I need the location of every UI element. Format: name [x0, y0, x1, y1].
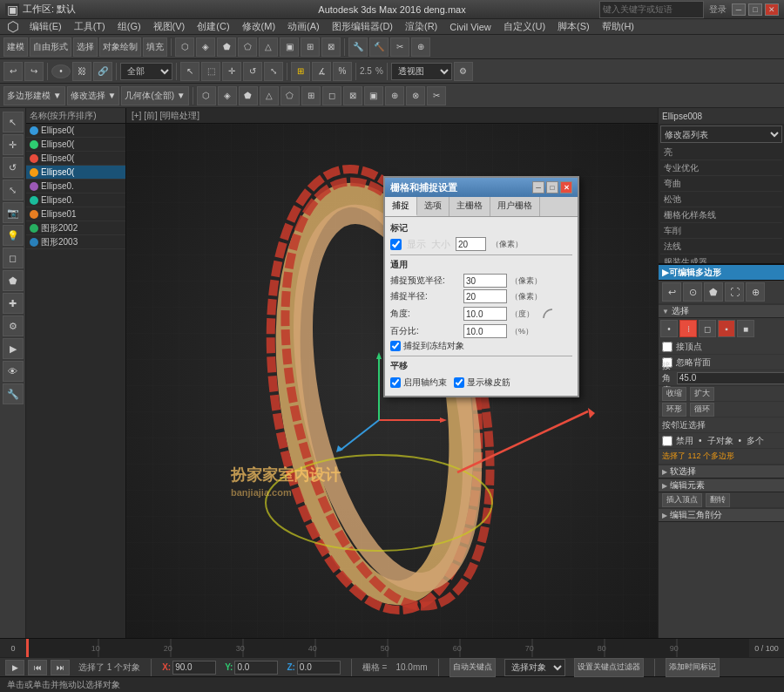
shrink-button[interactable]: 收缩	[662, 387, 686, 401]
angle-by-input[interactable]	[677, 372, 784, 384]
lt-move[interactable]: ✛	[3, 134, 24, 155]
tb-icon-6[interactable]: ▣	[280, 37, 299, 57]
scene-item-7[interactable]: 图形2002	[26, 221, 125, 235]
lt-rotate[interactable]: ↺	[3, 157, 24, 178]
snap-dialog-minimize[interactable]: ─	[532, 181, 544, 193]
tb-poly-model[interactable]: 多边形建模 ▼	[3, 86, 65, 105]
scene-item-1[interactable]: Ellipse0(	[26, 138, 125, 152]
tb-icon-7[interactable]: ⊞	[301, 37, 320, 57]
lt-light[interactable]: 💡	[3, 225, 24, 246]
disable-checkbox[interactable]	[662, 436, 672, 446]
lt-shape[interactable]: ⬟	[3, 270, 24, 291]
by-vertex-checkbox[interactable]	[662, 342, 672, 352]
menu-graph-editor[interactable]: 图形编辑器(D)	[327, 19, 398, 34]
preview-radius-input[interactable]	[463, 274, 507, 288]
tb-scale[interactable]: ⤡	[264, 62, 283, 81]
tb-icon-12[interactable]: ⊕	[411, 37, 430, 57]
maximize-button[interactable]: □	[748, 3, 762, 16]
tb-ribbon-3[interactable]: ⬟	[239, 86, 258, 105]
tb-icon-3[interactable]: ⬟	[217, 37, 236, 57]
edit-triangulation-header[interactable]: ▶ 编辑三角剖分	[659, 508, 784, 522]
subobj-poly[interactable]: ▪	[718, 320, 735, 337]
subobj-edge[interactable]: ⁞	[679, 320, 697, 337]
tb-snap[interactable]: ⊞	[291, 62, 310, 81]
tb-icon-4[interactable]: ⬠	[238, 37, 257, 57]
snap-dialog-maximize[interactable]: □	[546, 181, 558, 193]
tb-dot1[interactable]: •	[51, 64, 71, 78]
lt-helper[interactable]: ✚	[3, 293, 24, 314]
tb-ribbon-5[interactable]: ⬠	[280, 86, 300, 105]
mod-item-relax[interactable]: 松弛	[660, 192, 782, 207]
tb-ribbon-11[interactable]: ⊗	[406, 86, 425, 105]
grow-button[interactable]: 扩大	[690, 387, 714, 401]
menu-help[interactable]: 帮助(H)	[597, 19, 639, 34]
menu-create[interactable]: 创建(C)	[192, 19, 234, 34]
login-link[interactable]: 登录	[709, 3, 727, 16]
tb-icon-unlink[interactable]: 🔗	[93, 62, 112, 81]
snap-tab-snap[interactable]: 捕捉	[385, 197, 417, 216]
mod-item-lathe[interactable]: 车削	[660, 223, 782, 239]
mod-item-optimize[interactable]: 专业优化	[660, 160, 782, 176]
tb-icon-9[interactable]: 🔧	[348, 37, 368, 57]
subobj-border[interactable]: ◻	[699, 320, 716, 337]
view-dropdown[interactable]: 透视图	[391, 63, 452, 80]
r-icon-2[interactable]: ⊙	[683, 282, 702, 302]
selection-header[interactable]: ▼ 选择	[659, 304, 784, 318]
snap-frozen-checkbox[interactable]	[390, 341, 401, 351]
select-obj-dropdown[interactable]: 选择对象	[504, 659, 565, 676]
tb-icon-1[interactable]: ⬡	[175, 37, 194, 57]
scene-item-4[interactable]: Ellipse0.	[26, 180, 125, 193]
lt-display[interactable]: 👁	[3, 361, 24, 382]
scene-item-0[interactable]: Ellipse0(	[26, 124, 125, 138]
tb-build[interactable]: 建模	[3, 37, 28, 57]
tb-fill[interactable]: 填充	[143, 37, 167, 57]
menu-script[interactable]: 脚本(S)	[552, 19, 595, 34]
lt-utilities[interactable]: 🔧	[3, 383, 24, 404]
tb-redo[interactable]: ↪	[24, 62, 44, 81]
menu-group[interactable]: 组(G)	[112, 19, 146, 34]
menu-customize[interactable]: 自定义(U)	[498, 19, 551, 34]
snap-tab-user-grid[interactable]: 用户栅格	[490, 197, 540, 216]
r-icon-1[interactable]: ↩	[662, 282, 681, 302]
menu-render[interactable]: 渲染(R)	[400, 19, 443, 34]
menu-view[interactable]: 视图(V)	[148, 19, 191, 34]
menu-modify[interactable]: 修改(M)	[237, 19, 281, 34]
status-btn-1[interactable]: ▶	[5, 660, 24, 675]
mod-item-bend[interactable]: 弯曲	[660, 176, 782, 192]
subobj-vertex[interactable]: •	[660, 320, 678, 337]
edit-geometry-header[interactable]: ▶ 编辑元素	[659, 478, 784, 492]
menu-civil-view[interactable]: Civil View	[444, 21, 496, 33]
snap-radius-input[interactable]	[463, 289, 507, 303]
mod-item-cloth[interactable]: 服装生成器	[660, 254, 782, 265]
tb-snap-angle[interactable]: ∡	[312, 62, 331, 81]
tb-icon-link[interactable]: ⛓	[72, 62, 91, 81]
lt-select[interactable]: ↖	[3, 112, 24, 132]
tb-ribbon-8[interactable]: ⊠	[343, 86, 362, 105]
viewport-canvas[interactable]: 扮家家室内设计 banjiajia.com 栅格和捕捉设置 ─ □ ✕	[126, 124, 658, 638]
lt-play[interactable]: ▶	[3, 338, 24, 359]
show-checkbox[interactable]	[390, 239, 402, 250]
tb-icon-2[interactable]: ◈	[196, 37, 215, 57]
mod-item-normals[interactable]: 法线	[660, 239, 782, 254]
tb-ribbon-6[interactable]: ⊞	[301, 86, 321, 105]
tb-ribbon-7[interactable]: ◻	[322, 86, 341, 105]
tb-ribbon-1[interactable]: ⬡	[197, 86, 216, 105]
snap-tab-options[interactable]: 选项	[417, 197, 449, 216]
tb-snap-pct[interactable]: %	[333, 62, 352, 81]
tb-mod-select[interactable]: 修改选择 ▼	[67, 86, 120, 105]
scene-item-5[interactable]: Ellipse0.	[26, 193, 125, 207]
add-time-button[interactable]: 添加时间标记	[666, 658, 720, 677]
percent-input[interactable]	[463, 324, 507, 338]
snap-dialog-close[interactable]: ✕	[560, 181, 572, 193]
auto-key-button[interactable]: 自动关键点	[449, 658, 496, 677]
menu-tools[interactable]: 工具(T)	[69, 19, 111, 34]
scene-item-6[interactable]: Ellipse01	[26, 207, 125, 221]
loop-button[interactable]: 循环	[690, 403, 714, 417]
r-icon-4[interactable]: ⛶	[725, 282, 744, 302]
angle-input[interactable]	[463, 307, 507, 321]
mod-item-gridify[interactable]: 栅格化样条线	[660, 207, 782, 223]
insert-vertex-button[interactable]: 插入顶点	[662, 493, 702, 507]
menu-animate[interactable]: 动画(A)	[282, 19, 325, 34]
tb-select-region[interactable]: ⬚	[201, 62, 220, 81]
tb-freeform[interactable]: 自由形式	[30, 37, 71, 57]
